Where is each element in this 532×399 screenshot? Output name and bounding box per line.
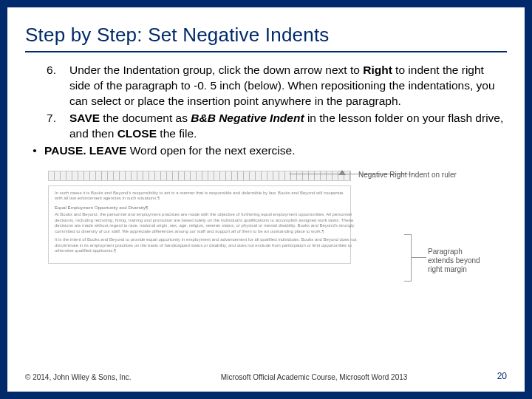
callout-leader-line	[412, 257, 426, 258]
slide-footer: © 2014, John Wiley & Sons, Inc. Microsof…	[25, 371, 507, 381]
footer-copyright: © 2014, John Wiley & Sons, Inc.	[25, 373, 132, 381]
footer-page-num: 20	[497, 371, 507, 381]
step-7: 7. SAVE the document as B&B Negative Ind…	[25, 111, 507, 142]
doc-paragraph: In such cases it is Books and Beyond's r…	[55, 191, 344, 202]
callout-bracket	[404, 234, 412, 282]
step-number: 6.	[25, 63, 69, 109]
step-6: 6. Under the Indentation group, click th…	[25, 63, 507, 109]
callout-bottom-right: Paragraph extends beyond right margin	[428, 248, 484, 274]
slide-title: Step by Step: Set Negative Indents	[25, 24, 507, 52]
callout-top-right: Negative Right Indent on ruler	[358, 171, 484, 180]
slide: Step by Step: Set Negative Indents 6. Un…	[0, 0, 532, 399]
step-text: Under the Indentation group, click the d…	[69, 63, 507, 109]
step-number: 7.	[25, 111, 69, 142]
step-text: SAVE the document as B&B Negative Indent…	[69, 111, 507, 142]
bullet-symbol: •	[25, 143, 44, 159]
doc-paragraph: It is the intent of Books and Beyond to …	[55, 237, 367, 254]
doc-paragraph: At Books and Beyond, the personnel and e…	[55, 212, 367, 234]
pause-bullet: • PAUSE. LEAVE Word open for the next ex…	[25, 143, 507, 159]
figure: Negative Right Indent on ruler In such c…	[48, 171, 484, 290]
slide-body: 6. Under the Indentation group, click th…	[25, 63, 507, 290]
bullet-text: PAUSE. LEAVE Word open for the next exer…	[44, 143, 507, 159]
ruler-graphic	[48, 171, 351, 181]
document-preview: In such cases it is Books and Beyond's r…	[48, 185, 351, 264]
footer-course: Microsoft Official Academic Course, Micr…	[132, 373, 497, 381]
doc-heading: Equal Employment Opportunity and Diversi…	[55, 205, 344, 211]
